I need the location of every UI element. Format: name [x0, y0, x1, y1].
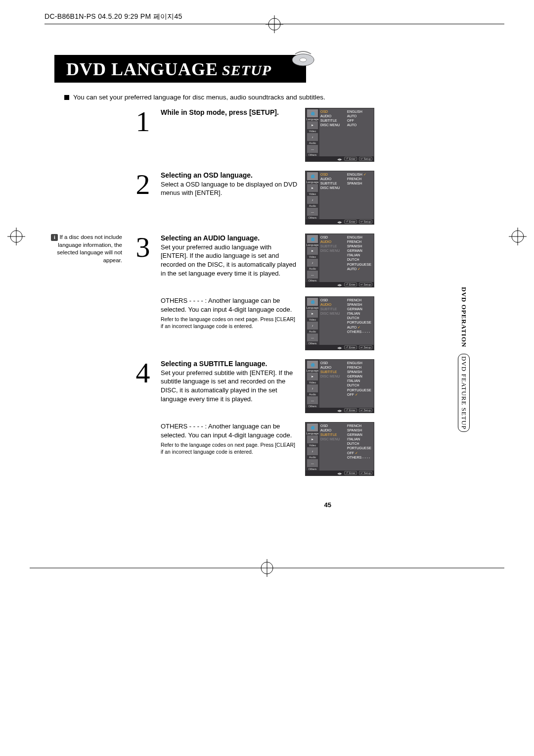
step-number: 2	[131, 171, 155, 195]
step-heading: Selecting a SUBTITLE language.	[161, 359, 299, 369]
disc-icon	[291, 50, 315, 69]
step-body: Set your preferred audio language with […	[161, 243, 299, 278]
osd-screenshot-1: 🌐Language►Video♪Audio⋯OthersOSDAUDIOSUBT…	[305, 108, 374, 162]
osd-screenshot-4b: 🌐Language►Video♪Audio⋯OthersOSDAUDIOSUBT…	[305, 422, 374, 476]
crop-mark-bottom	[0, 559, 534, 579]
step-heading: Selecting an AUDIO language.	[161, 234, 299, 243]
svg-point-4	[300, 58, 307, 62]
osd-screenshot-4: 🌐Language►Video♪Audio⋯OthersOSDAUDIOSUBT…	[305, 359, 374, 413]
step-smalltext: Refer to the language codes on next page…	[161, 316, 299, 330]
step-2: 2 Selecting an OSD language. Select a OS…	[131, 171, 408, 225]
manual-page: DC-B86B1N-PS 04.5.20 9:29 PM 페이지45 DVD L…	[0, 0, 534, 756]
step-3: 3 Selecting an AUDIO language. Set your …	[131, 234, 408, 287]
step-smalltext: Refer to the language codes on next page…	[161, 441, 299, 455]
title-banner: DVD LANGUAGE SETUP	[44, 55, 504, 85]
registration-mark-left	[7, 228, 25, 247]
registration-mark-top	[266, 15, 283, 33]
page-number: 45	[324, 501, 331, 509]
step-body: Select a OSD language to be displayed on…	[161, 180, 299, 197]
step-body: Set your preferred subtitle with [ENTER]…	[161, 369, 299, 403]
intro-text: You can set your preferred language for …	[64, 94, 504, 101]
osd-screenshot-2: 🌐Language►Video♪Audio⋯OthersOSDAUDIOSUBT…	[305, 171, 374, 225]
step-body: OTHERS - - - - : Another language can be…	[161, 296, 299, 314]
crop-mark-top	[44, 24, 504, 38]
section-label-bottom: DVD FEATURE SETUP	[458, 354, 470, 432]
step-3-others: OTHERS - - - - : Another language can be…	[131, 296, 408, 350]
title-sub: SETUP	[222, 62, 271, 79]
intro-body: You can set your preferred language for …	[73, 94, 325, 101]
square-bullet-icon	[64, 95, 69, 100]
step-number: 4	[131, 359, 155, 383]
section-vertical-label: DVD OPERATION DVD FEATURE SETUP	[458, 287, 470, 432]
info-icon: i	[51, 234, 58, 241]
step-4: 4 Selecting a SUBTITLE language. Set you…	[131, 359, 408, 413]
title-box: DVD LANGUAGE SETUP	[54, 55, 306, 83]
section-label-top: DVD OPERATION	[460, 287, 468, 347]
step-number: 1	[131, 108, 155, 132]
step-heading: While in Stop mode, press [SETUP].	[161, 108, 299, 117]
sidenote-text: If a disc does not include language info…	[57, 234, 122, 263]
osd-screenshot-3: 🌐Language►Video♪Audio⋯OthersOSDAUDIOSUBT…	[305, 234, 374, 287]
step-number: 3	[131, 234, 155, 258]
registration-mark-right	[509, 228, 527, 247]
step-heading: Selecting an OSD language.	[161, 171, 299, 180]
step-body: OTHERS - - - - : Another language can be…	[161, 422, 299, 439]
step-1: 1 While in Stop mode, press [SETUP]. 🌐La…	[131, 108, 408, 162]
sidenote: iIf a disc does not include language inf…	[44, 234, 126, 485]
osd-screenshot-3b: 🌐Language►Video♪Audio⋯OthersOSDAUDIOSUBT…	[305, 296, 374, 350]
title-main: DVD LANGUAGE	[66, 59, 218, 80]
step-4-others: OTHERS - - - - : Another language can be…	[131, 422, 408, 476]
